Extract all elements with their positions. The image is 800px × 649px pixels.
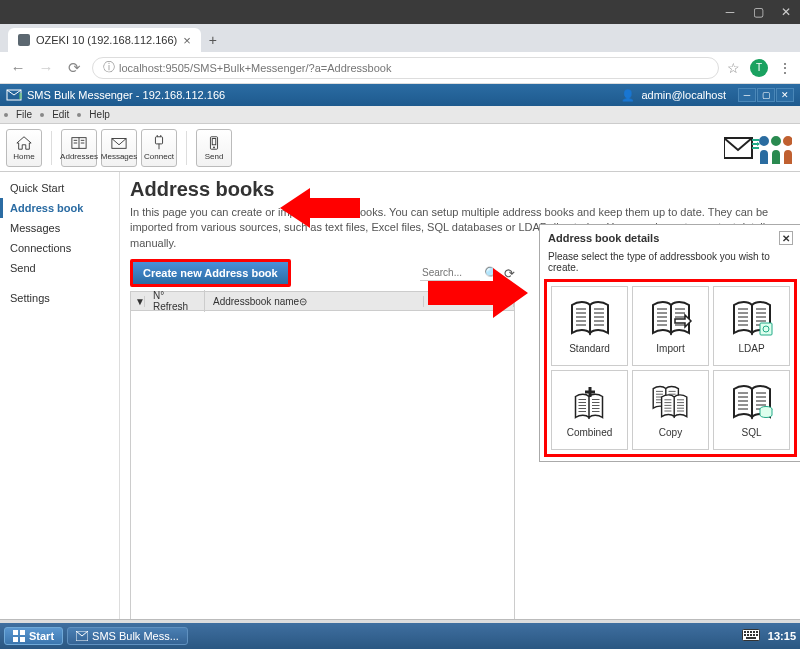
toolbar-label: Addresses: [60, 152, 98, 161]
os-titlebar: ─ ▢ ✕: [0, 0, 800, 24]
menu-file[interactable]: File: [10, 107, 38, 122]
app-icon: [6, 89, 22, 101]
table-body: [130, 311, 515, 649]
new-tab-button[interactable]: +: [201, 28, 225, 52]
annotation-arrow-icon: [280, 188, 360, 228]
svg-rect-43: [753, 634, 755, 636]
user-icon: 👤: [621, 89, 635, 102]
maximize-icon[interactable]: ▢: [752, 6, 764, 18]
clock: 13:15: [768, 630, 796, 642]
taskbar: Start SMS Bulk Mess... 13:15: [0, 623, 800, 649]
brand-logo: [724, 130, 792, 169]
svg-rect-45: [746, 637, 756, 639]
home-button[interactable]: Home: [6, 129, 42, 167]
toolbar-label: Messages: [101, 152, 137, 161]
type-label: LDAP: [738, 343, 764, 354]
envelope-icon: [76, 631, 88, 641]
svg-rect-29: [13, 630, 18, 635]
type-label: Combined: [567, 427, 613, 438]
browser-toolbar: ← → ⟳ ⓘ localhost:9505/SMS+Bulk+Messenge…: [0, 52, 800, 84]
type-import[interactable]: Import: [632, 286, 709, 366]
app-minimize-icon[interactable]: ─: [738, 88, 756, 102]
browser-tab[interactable]: OZEKI 10 (192.168.112.166) ×: [8, 28, 201, 52]
admin-link[interactable]: admin@localhost: [641, 89, 726, 101]
sidebar-item-addressbook[interactable]: Address book: [0, 198, 119, 218]
details-panel: Address book details ✕ Please select the…: [539, 224, 800, 462]
type-sql[interactable]: SQL: [713, 370, 790, 450]
type-combined[interactable]: Combined: [551, 370, 628, 450]
col-refresh[interactable]: N° Refresh: [145, 290, 205, 312]
page-title: Address books: [130, 178, 790, 201]
sidebar-item-settings[interactable]: Settings: [0, 288, 119, 308]
addresses-button[interactable]: Addresses: [61, 129, 97, 167]
start-icon: [13, 630, 25, 642]
browser-menu-icon[interactable]: ⋮: [778, 60, 792, 76]
taskbar-label: SMS Bulk Mess...: [92, 630, 179, 642]
type-ldap[interactable]: LDAP: [713, 286, 790, 366]
create-address-book-button[interactable]: Create new Address book: [130, 259, 291, 287]
svg-rect-30: [20, 630, 25, 635]
sidebar-item-messages[interactable]: Messages: [0, 218, 119, 238]
sidebar-item-connections[interactable]: Connections: [0, 238, 119, 258]
browser-tabs: OZEKI 10 (192.168.112.166) × +: [0, 24, 800, 52]
start-label: Start: [29, 630, 54, 642]
svg-rect-18: [155, 136, 162, 143]
content-area: Address books In this page you can creat…: [120, 172, 800, 647]
app-maximize-icon[interactable]: ▢: [757, 88, 775, 102]
svg-rect-42: [750, 634, 752, 636]
app-close-icon[interactable]: ✕: [776, 88, 794, 102]
messages-button[interactable]: Messages: [101, 129, 137, 167]
svg-rect-41: [747, 634, 749, 636]
send-button[interactable]: Send: [196, 129, 232, 167]
tab-title: OZEKI 10 (192.168.112.166): [36, 34, 177, 46]
start-button[interactable]: Start: [4, 627, 63, 645]
col-name[interactable]: Addressbook name⊝: [205, 296, 424, 307]
svg-rect-38: [753, 631, 755, 633]
type-copy[interactable]: Copy: [632, 370, 709, 450]
type-standard[interactable]: Standard: [551, 286, 628, 366]
bookmark-icon[interactable]: ☆: [727, 60, 740, 76]
sidebar: Quick Start Address book Messages Connec…: [0, 172, 120, 647]
toolbar-label: Home: [13, 152, 34, 161]
tab-close-icon[interactable]: ×: [183, 33, 191, 48]
svg-rect-36: [747, 631, 749, 633]
svg-rect-23: [212, 138, 216, 144]
sidebar-item-send[interactable]: Send: [0, 258, 119, 278]
url-text: localhost:9505/SMS+Bulk+Messenger/?a=Add…: [119, 62, 391, 74]
minimize-icon[interactable]: ─: [724, 6, 736, 18]
svg-rect-26: [760, 323, 772, 335]
sidebar-item-quickstart[interactable]: Quick Start: [0, 178, 119, 198]
details-description: Please select the type of addressbook yo…: [544, 251, 797, 279]
reload-icon[interactable]: ⟳: [64, 58, 84, 78]
main-layout: Quick Start Address book Messages Connec…: [0, 172, 800, 647]
col-expand[interactable]: ▼: [131, 296, 145, 307]
svg-rect-40: [744, 634, 746, 636]
menu-edit[interactable]: Edit: [46, 107, 75, 122]
type-label: Copy: [659, 427, 682, 438]
type-label: Import: [656, 343, 684, 354]
app-title: SMS Bulk Messenger - 192.168.112.166: [27, 89, 225, 101]
profile-badge[interactable]: T: [750, 59, 768, 77]
toolbar-label: Send: [205, 152, 224, 161]
keyboard-icon[interactable]: [742, 629, 760, 643]
type-label: SQL: [741, 427, 761, 438]
back-icon[interactable]: ←: [8, 58, 28, 78]
connect-button[interactable]: Connect: [141, 129, 177, 167]
app-titlebar: SMS Bulk Messenger - 192.168.112.166 👤 a…: [0, 84, 800, 106]
info-icon: ⓘ: [103, 59, 115, 76]
annotation-arrow-icon: [428, 268, 528, 318]
svg-point-24: [213, 146, 215, 148]
menu-help[interactable]: Help: [83, 107, 116, 122]
url-input[interactable]: ⓘ localhost:9505/SMS+Bulk+Messenger/?a=A…: [92, 57, 719, 79]
svg-rect-32: [20, 637, 25, 642]
menubar: File Edit Help: [0, 106, 800, 124]
favicon-icon: [18, 34, 30, 46]
toolbar-label: Connect: [144, 152, 174, 161]
forward-icon[interactable]: →: [36, 58, 56, 78]
bullet-icon: [77, 113, 81, 117]
taskbar-item[interactable]: SMS Bulk Mess...: [67, 627, 188, 645]
bullet-icon: [4, 113, 8, 117]
svg-rect-44: [756, 634, 758, 636]
details-close-icon[interactable]: ✕: [779, 231, 793, 245]
close-icon[interactable]: ✕: [780, 6, 792, 18]
